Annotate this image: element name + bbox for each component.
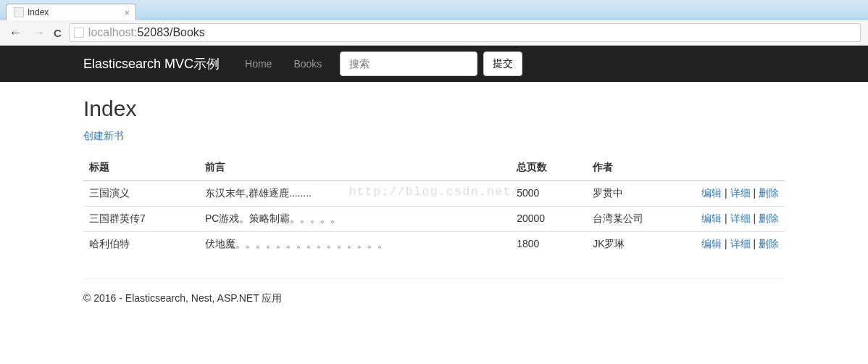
tab-close-icon[interactable]: × [124,7,130,18]
details-link[interactable]: 详细 [730,238,751,249]
tab-bar: Index × [0,0,868,20]
separator: | [753,187,759,199]
main-content: Index 创建新书 http://blog.csdn.net/ 标题 前言 总… [0,82,868,320]
header-pages: 总页数 [511,155,587,181]
edit-link[interactable]: 编辑 [701,212,722,224]
edit-link[interactable]: 编辑 [701,238,722,249]
cell-title: 哈利伯特 [83,232,199,257]
back-button[interactable]: ← [7,25,23,41]
delete-link[interactable]: 删除 [759,238,779,249]
cell-pages: 5000 [511,181,587,207]
url-text: localhost:52083/Books [88,26,205,39]
divider [83,278,785,279]
nav-link-books[interactable]: Books [283,47,333,80]
footer: © 2016 - Elasticsearch, Nest, ASP.NET 应用 [83,292,785,305]
page-title: Index [83,96,785,121]
browser-tab[interactable]: Index × [6,4,136,20]
delete-link[interactable]: 删除 [759,187,779,199]
header-intro: 前言 [199,155,511,181]
submit-button[interactable]: 提交 [483,51,522,76]
details-link[interactable]: 详细 [730,187,751,199]
cell-pages: 20000 [511,207,587,232]
page-icon [74,28,84,38]
separator: | [725,212,730,224]
search-form: 提交 [340,51,522,76]
cell-author: 台湾某公司 [587,207,696,232]
cell-title: 三国演义 [83,181,199,207]
table-row: 三国演义 东汉末年,群雄逐鹿........ 5000 罗贯中 编辑 | 详细 … [83,181,785,207]
browser-chrome: Index × ← → C localhost:52083/Books [0,0,868,46]
cell-pages: 1800 [511,232,587,257]
cell-author: 罗贯中 [587,181,696,207]
app-navbar: Elasticsearch MVC示例 Home Books 提交 [0,46,868,82]
separator: | [753,238,759,249]
create-new-link[interactable]: 创建新书 [83,130,124,143]
tab-title: Index [28,7,49,17]
tab-favicon-icon [14,7,24,17]
table-row: 哈利伯特 伏地魔。。。。。。。。。。。。。。。 1800 JK罗琳 编辑 | 详… [83,232,785,257]
cell-intro: 伏地魔。。。。。。。。。。。。。。。 [199,232,511,257]
edit-link[interactable]: 编辑 [701,187,722,199]
reload-button[interactable]: C [54,27,62,39]
navbar-brand[interactable]: Elasticsearch MVC示例 [83,55,220,73]
separator: | [753,212,759,224]
cell-intro: 东汉末年,群雄逐鹿........ [199,181,511,207]
search-input[interactable] [340,51,477,76]
table-header-row: 标题 前言 总页数 作者 [83,155,785,181]
url-bar[interactable]: localhost:52083/Books [69,23,861,42]
header-author: 作者 [587,155,696,181]
delete-link[interactable]: 删除 [759,212,779,224]
nav-link-home[interactable]: Home [234,47,283,80]
books-table: 标题 前言 总页数 作者 三国演义 东汉末年,群雄逐鹿........ 5000… [83,155,785,257]
header-title: 标题 [83,155,199,181]
forward-button[interactable]: → [30,25,46,41]
cell-title: 三国群英传7 [83,207,199,232]
details-link[interactable]: 详细 [730,212,751,224]
separator: | [725,187,730,199]
table-row: 三国群英传7 PC游戏。策略制霸。。。。。 20000 台湾某公司 编辑 | 详… [83,207,785,232]
cell-actions: 编辑 | 详细 | 删除 [696,181,785,207]
cell-actions: 编辑 | 详细 | 删除 [696,207,785,232]
cell-author: JK罗琳 [587,232,696,257]
separator: | [725,238,730,249]
browser-toolbar: ← → C localhost:52083/Books [0,20,868,45]
cell-actions: 编辑 | 详细 | 删除 [696,232,785,257]
cell-intro: PC游戏。策略制霸。。。。。 [199,207,511,232]
header-actions [696,155,785,181]
